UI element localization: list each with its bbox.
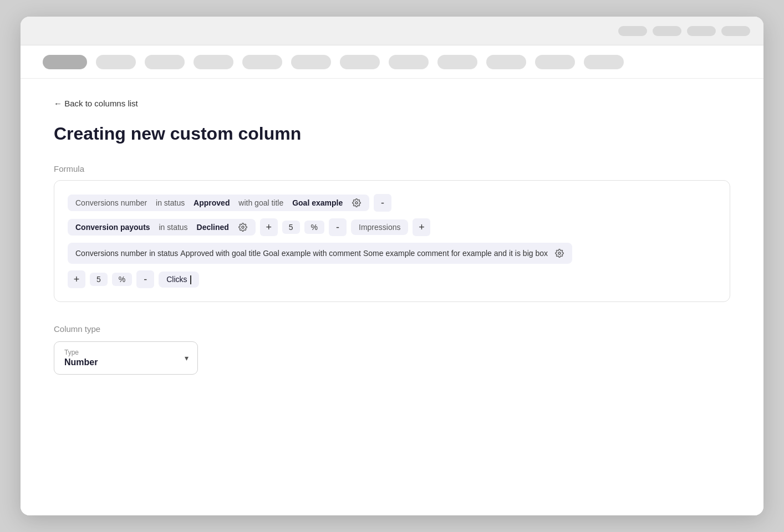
title-bar bbox=[21, 17, 763, 45]
main-content: ← Back to columns list Creating new cust… bbox=[21, 79, 763, 515]
chip-text-declined: Declined bbox=[197, 223, 229, 232]
chip-text-conversions-number-row3: Conversions number bbox=[75, 247, 147, 259]
nav-item-11[interactable] bbox=[535, 55, 575, 69]
chip-text-some-example: Some example comment for example and it … bbox=[363, 247, 548, 259]
minus-btn-row1[interactable]: - bbox=[374, 194, 391, 212]
formula-chip-row1[interactable]: Conversions number in status Approved wi… bbox=[68, 195, 369, 211]
nav-item-10[interactable] bbox=[486, 55, 526, 69]
clicks-label: Clicks bbox=[166, 275, 187, 284]
nav-item-2[interactable] bbox=[96, 55, 136, 69]
chip-text-with-comment: with comment bbox=[313, 247, 361, 259]
plus-btn-row4[interactable]: + bbox=[68, 270, 85, 288]
chip-text-goal-example: Goal example bbox=[292, 198, 343, 207]
formula-chip-row2[interactable]: Conversion payouts in status Declined bbox=[68, 219, 256, 236]
column-type-section: Column type Type Number ▾ bbox=[54, 324, 730, 375]
title-bar-btn-2[interactable] bbox=[653, 26, 681, 36]
chip-text-in-status-row3: in status bbox=[149, 247, 178, 259]
minus-btn-row2[interactable]: - bbox=[329, 218, 347, 236]
formula-row-4: + 5 % - Clicks bbox=[68, 270, 716, 288]
nav-bar bbox=[21, 45, 763, 79]
nav-item-8[interactable] bbox=[389, 55, 429, 69]
page-title: Creating new custom column bbox=[54, 124, 730, 144]
title-bar-btn-1[interactable] bbox=[618, 26, 647, 36]
svg-point-1 bbox=[242, 226, 244, 228]
plus-btn2-row2[interactable]: + bbox=[413, 218, 430, 236]
nav-item-5[interactable] bbox=[242, 55, 282, 69]
formula-row-2: Conversion payouts in status Declined + … bbox=[68, 218, 716, 236]
clicks-chip[interactable]: Clicks bbox=[159, 272, 199, 288]
chip-text-in-status-row2: in status bbox=[159, 223, 187, 232]
nav-item-4[interactable] bbox=[194, 55, 233, 69]
chip-text-in-status: in status bbox=[156, 198, 185, 207]
minus-btn-row4[interactable]: - bbox=[136, 270, 154, 288]
title-bar-btn-4[interactable] bbox=[721, 26, 750, 36]
chip-text-with-goal-row3: with goal title bbox=[216, 247, 261, 259]
svg-point-2 bbox=[558, 252, 561, 254]
formula-chip-row3[interactable]: Conversions number in status Approved wi… bbox=[68, 243, 572, 264]
chip-text-conversion-payouts: Conversion payouts bbox=[75, 223, 150, 232]
nav-item-9[interactable] bbox=[437, 55, 477, 69]
number-badge-row2: 5 bbox=[282, 221, 300, 234]
nav-item-6[interactable] bbox=[291, 55, 331, 69]
gear-icon-row1[interactable] bbox=[352, 198, 362, 208]
gear-icon-row3[interactable] bbox=[554, 248, 564, 258]
chevron-down-icon: ▾ bbox=[185, 354, 189, 362]
formula-row-1: Conversions number in status Approved wi… bbox=[68, 194, 716, 212]
title-bar-btn-3[interactable] bbox=[687, 26, 716, 36]
nav-item-7[interactable] bbox=[340, 55, 380, 69]
nav-item-1[interactable] bbox=[43, 55, 87, 69]
column-type-label: Column type bbox=[54, 324, 730, 334]
chip-text-approved: Approved bbox=[194, 198, 230, 207]
gear-icon-row2[interactable] bbox=[238, 222, 248, 232]
plus-btn-row2[interactable]: + bbox=[260, 218, 278, 236]
type-select-box[interactable]: Type Number ▾ bbox=[54, 341, 198, 375]
chip-text-approved-row3: Approved bbox=[180, 247, 213, 259]
formula-box: Conversions number in status Approved wi… bbox=[54, 180, 730, 302]
svg-point-0 bbox=[355, 202, 358, 204]
chip-text-with-goal-title: with goal title bbox=[238, 198, 283, 207]
back-link[interactable]: ← Back to columns list bbox=[54, 99, 730, 108]
formula-row-3: Conversions number in status Approved wi… bbox=[68, 243, 716, 264]
nav-item-3[interactable] bbox=[145, 55, 185, 69]
percent-badge-row4: % bbox=[112, 273, 132, 286]
type-label: Type bbox=[64, 349, 187, 356]
type-value: Number bbox=[64, 357, 187, 367]
nav-item-12[interactable] bbox=[584, 55, 624, 69]
app-window: ← Back to columns list Creating new cust… bbox=[21, 17, 763, 515]
cursor-blink bbox=[190, 275, 191, 284]
number-badge-row4: 5 bbox=[90, 273, 108, 286]
chip-text-goal-example-row3: Goal example bbox=[263, 247, 310, 259]
impressions-label: Impressions bbox=[359, 223, 400, 232]
formula-label: Formula bbox=[54, 164, 730, 173]
impressions-chip[interactable]: Impressions bbox=[351, 219, 408, 235]
chip-text-conversions-number: Conversions number bbox=[75, 198, 147, 207]
percent-badge-row2: % bbox=[304, 221, 324, 234]
